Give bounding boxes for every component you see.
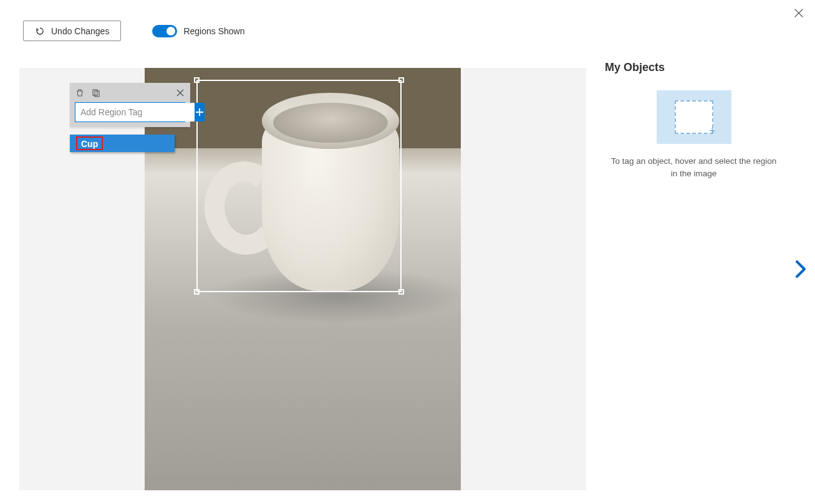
- plus-icon: +: [709, 125, 716, 136]
- undo-changes-button[interactable]: Undo Changes: [23, 21, 121, 41]
- tag-suggestions: Cup: [70, 135, 175, 152]
- undo-label: Undo Changes: [51, 26, 109, 36]
- sidebar-title: My Objects: [605, 61, 783, 74]
- regions-toggle-group: Regions Shown: [152, 25, 244, 37]
- region-tag-input[interactable]: [75, 103, 195, 121]
- trash-icon[interactable]: [75, 88, 85, 98]
- regions-shown-toggle[interactable]: [152, 25, 177, 37]
- close-panel-icon[interactable]: [175, 88, 185, 98]
- selection-region[interactable]: [196, 80, 402, 292]
- image-canvas[interactable]: [19, 68, 586, 490]
- tag-suggestion-label: Cup: [76, 136, 103, 150]
- copy-icon[interactable]: [91, 88, 101, 98]
- sidebar-help-text: To tag an object, hover and select the r…: [605, 155, 783, 181]
- add-tag-button[interactable]: [195, 103, 205, 121]
- close-icon[interactable]: [794, 7, 804, 20]
- resize-handle-bottom-left[interactable]: [194, 289, 200, 295]
- add-object-placeholder: +: [675, 100, 713, 134]
- objects-sidebar: My Objects + To tag an object, hover and…: [605, 61, 783, 181]
- undo-icon: [35, 26, 45, 36]
- resize-handle-bottom-right[interactable]: [398, 289, 404, 295]
- region-tag-panel: [70, 83, 190, 127]
- resize-handle-top-right[interactable]: [398, 77, 404, 83]
- tag-suggestion-item[interactable]: Cup: [70, 135, 175, 152]
- add-object-tile[interactable]: +: [657, 90, 731, 144]
- next-image-button[interactable]: [794, 260, 808, 280]
- regions-toggle-label: Regions Shown: [183, 26, 244, 36]
- top-toolbar: Undo Changes Regions Shown: [23, 21, 244, 41]
- resize-handle-top-left[interactable]: [194, 77, 200, 83]
